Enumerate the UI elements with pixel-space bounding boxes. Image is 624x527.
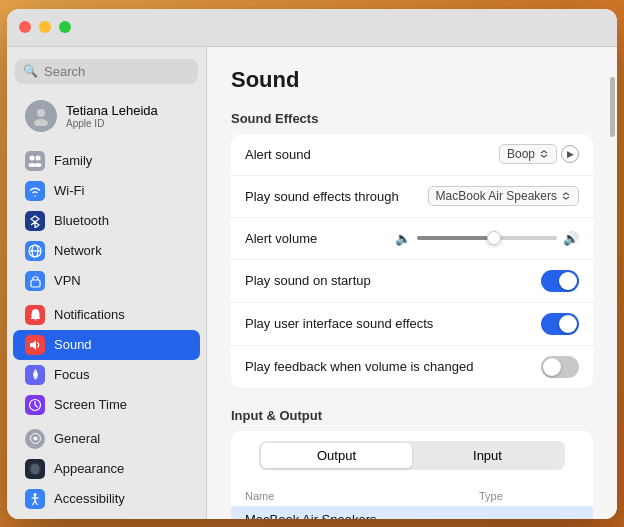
user-profile[interactable]: Tetiana Leheida Apple ID	[13, 94, 200, 138]
sidebar-item-controlcenter[interactable]: Control Center	[13, 514, 200, 519]
sidebar-item-vpn[interactable]: VPN	[13, 266, 200, 296]
user-info: Tetiana Leheida Apple ID	[66, 103, 158, 129]
feedback-volume-label: Play feedback when volume is changed	[245, 359, 541, 374]
svg-point-1	[34, 119, 48, 126]
sidebar-item-accessibility[interactable]: Accessibility	[13, 484, 200, 514]
sidebar-item-label-accessibility: Accessibility	[54, 491, 125, 506]
focus-icon	[25, 365, 45, 385]
minimize-button[interactable]	[39, 21, 51, 33]
svg-rect-9	[31, 280, 40, 287]
titlebar	[7, 9, 617, 47]
io-section-title: Input & Output	[231, 408, 593, 423]
sidebar-item-label-vpn: VPN	[54, 273, 81, 288]
io-card: Output Input Name Type MacBook Air Speak…	[231, 431, 593, 519]
col-header-type: Type	[479, 490, 579, 502]
play-through-value[interactable]: MacBook Air Speakers	[428, 186, 579, 206]
sidebar-section-network: Family Wi-Fi	[7, 146, 206, 296]
sidebar-item-bluetooth[interactable]: Bluetooth	[13, 206, 200, 236]
alert-sound-value[interactable]: Boop ▶	[499, 144, 579, 164]
alert-volume-row: Alert volume 🔈 🔊	[231, 218, 593, 260]
notifications-icon	[25, 305, 45, 325]
svg-point-2	[30, 155, 35, 160]
tab-output[interactable]: Output	[261, 443, 412, 468]
play-through-row: Play sound effects through MacBook Air S…	[231, 176, 593, 218]
alert-sound-label: Alert sound	[245, 147, 499, 162]
sidebar-item-screentime[interactable]: Screen Time	[13, 390, 200, 420]
tabs-container: Output Input	[231, 431, 593, 486]
alert-volume-slider[interactable]: 🔈 🔊	[395, 231, 579, 246]
sidebar-item-notifications[interactable]: Notifications	[13, 300, 200, 330]
ui-sounds-toggle[interactable]	[541, 313, 579, 335]
sound-effects-card: Alert sound Boop ▶ Play	[231, 134, 593, 388]
play-through-dropdown-text: MacBook Air Speakers	[436, 189, 557, 203]
user-name: Tetiana Leheida	[66, 103, 158, 118]
play-through-dropdown[interactable]: MacBook Air Speakers	[428, 186, 579, 206]
main-panel: Sound Sound Effects Alert sound Boop	[207, 47, 617, 519]
sound-effects-title: Sound Effects	[231, 111, 593, 126]
alert-sound-row: Alert sound Boop ▶	[231, 134, 593, 176]
page-title: Sound	[231, 67, 593, 93]
sidebar-item-label-appearance: Appearance	[54, 461, 124, 476]
sidebar-item-focus[interactable]: Focus	[13, 360, 200, 390]
play-startup-label: Play sound on startup	[245, 273, 541, 288]
avatar	[25, 100, 57, 132]
sidebar-item-general[interactable]: General	[13, 424, 200, 454]
screentime-icon	[25, 395, 45, 415]
svg-point-5	[35, 163, 42, 167]
sidebar-item-family[interactable]: Family	[13, 146, 200, 176]
tab-input[interactable]: Input	[412, 443, 563, 468]
chevron-updown-icon	[539, 150, 549, 158]
slider-thumb[interactable]	[487, 231, 501, 245]
sidebar-section-prefs: General Appearance	[7, 424, 206, 519]
svg-point-3	[36, 155, 41, 160]
volume-low-icon: 🔈	[395, 231, 411, 246]
sidebar-item-label-notifications: Notifications	[54, 307, 125, 322]
scrollbar-track	[609, 57, 615, 509]
maximize-button[interactable]	[59, 21, 71, 33]
sidebar-item-label-family: Family	[54, 153, 92, 168]
search-input[interactable]	[44, 64, 190, 79]
col-header-name: Name	[245, 490, 479, 502]
sidebar-item-label-network: Network	[54, 243, 102, 258]
slider-fill	[417, 236, 494, 240]
play-button[interactable]: ▶	[561, 145, 579, 163]
scrollbar-thumb[interactable]	[610, 77, 615, 137]
play-startup-toggle[interactable]	[541, 270, 579, 292]
chevron-updown-icon-2	[561, 192, 571, 200]
alert-sound-dropdown-text: Boop	[507, 147, 535, 161]
network-icon	[25, 241, 45, 261]
sidebar-item-sound[interactable]: Sound	[13, 330, 200, 360]
slider-track[interactable]	[417, 236, 557, 240]
io-row-macbook-name: MacBook Air Speakers	[245, 512, 479, 519]
sound-icon	[25, 335, 45, 355]
system-preferences-window: 🔍 Tetiana Leheida Apple ID	[7, 9, 617, 519]
search-box[interactable]: 🔍	[15, 59, 198, 84]
user-subtitle: Apple ID	[66, 118, 158, 129]
svg-point-4	[29, 163, 36, 167]
sidebar-item-label-bluetooth: Bluetooth	[54, 213, 109, 228]
sidebar-item-network[interactable]: Network	[13, 236, 200, 266]
svg-line-19	[35, 501, 38, 505]
ui-sounds-row: Play user interface sound effects	[231, 303, 593, 346]
sidebar-item-label-general: General	[54, 431, 100, 446]
search-icon: 🔍	[23, 64, 38, 78]
io-tabs: Output Input	[259, 441, 565, 470]
sidebar-section-system: Notifications Sound	[7, 300, 206, 420]
sidebar-item-wifi[interactable]: Wi-Fi	[13, 176, 200, 206]
io-row-macbook[interactable]: MacBook Air Speakers	[231, 506, 593, 519]
close-button[interactable]	[19, 21, 31, 33]
alert-sound-dropdown[interactable]: Boop	[499, 144, 557, 164]
general-icon	[25, 429, 45, 449]
feedback-volume-row: Play feedback when volume is changed	[231, 346, 593, 388]
svg-point-10	[33, 373, 37, 377]
accessibility-icon	[25, 489, 45, 509]
feedback-volume-toggle[interactable]	[541, 356, 579, 378]
sidebar: 🔍 Tetiana Leheida Apple ID	[7, 47, 207, 519]
family-icon	[25, 151, 45, 171]
svg-point-13	[33, 437, 37, 441]
io-table-header: Name Type	[231, 486, 593, 506]
svg-point-0	[37, 109, 45, 117]
sidebar-item-appearance[interactable]: Appearance	[13, 454, 200, 484]
sidebar-item-label-wifi: Wi-Fi	[54, 183, 84, 198]
bluetooth-icon	[25, 211, 45, 231]
